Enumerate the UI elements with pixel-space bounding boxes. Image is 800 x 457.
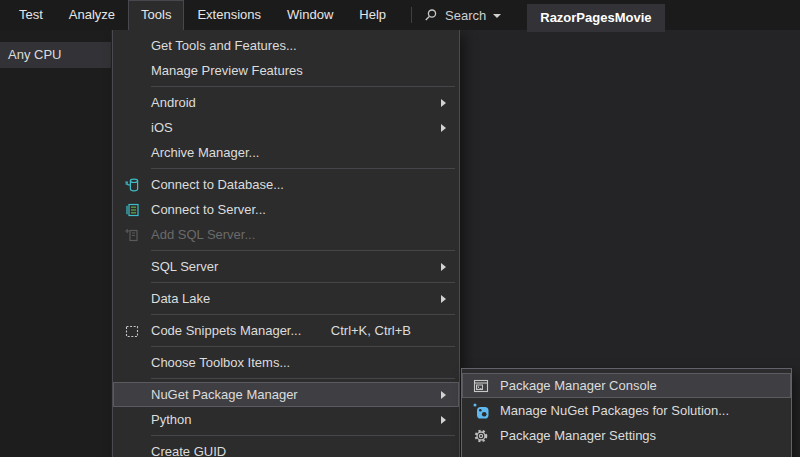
nuget-submenu-item-package-manager-console[interactable]: Package Manager Console xyxy=(462,373,791,398)
tools-menu-item-data-lake[interactable]: Data Lake xyxy=(113,286,459,311)
database-connect-icon xyxy=(113,177,151,193)
submenu-arrow-icon xyxy=(441,391,446,399)
tools-menu-item-manage-preview-features[interactable]: Manage Preview Features xyxy=(113,58,459,83)
menu-separator xyxy=(151,250,455,251)
add-sql-server-icon xyxy=(113,227,151,243)
menu-item-label: Choose Toolbox Items... xyxy=(151,355,290,370)
tools-menu-item-nuget-package-manager[interactable]: NuGet Package Manager xyxy=(113,382,459,407)
submenu-arrow-cell xyxy=(441,416,459,424)
tools-menu-item-create-guid[interactable]: Create GUID xyxy=(113,439,459,457)
menu-separator xyxy=(151,314,455,315)
menubar-item-help[interactable]: Help xyxy=(346,0,399,30)
menu-item-label: SQL Server xyxy=(151,259,218,274)
menubar-items: TestAnalyzeToolsExtensionsWindowHelp xyxy=(6,0,399,30)
search-control[interactable]: Search xyxy=(424,8,501,23)
project-badge[interactable]: RazorPagesMovie xyxy=(527,4,664,32)
menu-item-label: Create GUID xyxy=(151,444,226,457)
menu-item-label: NuGet Package Manager xyxy=(151,387,298,402)
tools-menu-item-code-snippets-manager[interactable]: Code Snippets Manager...Ctrl+K, Ctrl+B xyxy=(113,318,459,343)
submenu-arrow-icon xyxy=(441,295,446,303)
menu-item-label: Data Lake xyxy=(151,291,210,306)
platform-selector[interactable]: Any CPU xyxy=(0,42,111,68)
menu-item-label: Code Snippets Manager... xyxy=(151,323,301,338)
menu-item-label: Manage NuGet Packages for Solution... xyxy=(500,403,729,418)
search-label: Search xyxy=(445,8,486,23)
console-icon xyxy=(462,378,500,394)
submenu-arrow-icon xyxy=(441,416,446,424)
tools-menu: Get Tools and Features...Manage Preview … xyxy=(112,30,460,457)
menubar-item-tools[interactable]: Tools xyxy=(128,0,184,30)
menu-item-label: Connect to Server... xyxy=(151,202,266,217)
tools-menu-item-get-tools-and-features[interactable]: Get Tools and Features... xyxy=(113,33,459,58)
tools-menu-item-connect-to-database[interactable]: Connect to Database... xyxy=(113,172,459,197)
menubar: TestAnalyzeToolsExtensionsWindowHelp Sea… xyxy=(0,0,800,30)
menu-separator xyxy=(151,86,455,87)
menu-separator xyxy=(151,435,455,436)
menu-separator xyxy=(151,282,455,283)
menu-separator xyxy=(151,168,455,169)
server-connect-icon xyxy=(113,202,151,218)
nuget-submenu-item-manage-nuget-packages-for-solution[interactable]: Manage NuGet Packages for Solution... xyxy=(462,398,791,423)
submenu-arrow-cell xyxy=(441,99,459,107)
submenu-arrow-icon xyxy=(441,124,446,132)
menubar-item-extensions[interactable]: Extensions xyxy=(184,0,274,30)
menu-item-label: Android xyxy=(151,95,196,110)
menu-item-label: iOS xyxy=(151,120,173,135)
tools-menu-item-python[interactable]: Python xyxy=(113,407,459,432)
nuget-submenu-item-package-manager-settings[interactable]: Package Manager Settings xyxy=(462,423,791,448)
submenu-arrow-cell xyxy=(441,295,459,303)
menu-item-label: Archive Manager... xyxy=(151,145,259,160)
menu-item-label: Get Tools and Features... xyxy=(151,38,297,53)
search-icon xyxy=(424,8,438,22)
tools-menu-item-connect-to-server[interactable]: Connect to Server... xyxy=(113,197,459,222)
nuget-icon xyxy=(462,403,500,419)
gear-icon xyxy=(462,428,500,444)
nuget-submenu: Package Manager Console Manage NuGet Pac… xyxy=(461,368,792,457)
menu-item-label: Package Manager Settings xyxy=(500,428,656,443)
submenu-arrow-cell xyxy=(441,124,459,132)
tools-menu-item-choose-toolbox-items[interactable]: Choose Toolbox Items... xyxy=(113,350,459,375)
menubar-item-test[interactable]: Test xyxy=(6,0,56,30)
menu-item-shortcut: Ctrl+K, Ctrl+B xyxy=(331,323,411,338)
tools-menu-item-add-sql-server: Add SQL Server... xyxy=(113,222,459,247)
tools-menu-item-ios[interactable]: iOS xyxy=(113,115,459,140)
menu-item-label: Manage Preview Features xyxy=(151,63,303,78)
menu-separator xyxy=(151,378,455,379)
menubar-divider xyxy=(411,7,412,23)
menu-item-label: Add SQL Server... xyxy=(151,227,255,242)
left-panel: Any CPU xyxy=(0,30,111,457)
tools-menu-item-android[interactable]: Android xyxy=(113,90,459,115)
submenu-arrow-icon xyxy=(441,263,446,271)
menu-separator xyxy=(151,346,455,347)
submenu-arrow-cell xyxy=(441,391,459,399)
submenu-arrow-cell xyxy=(441,263,459,271)
submenu-arrow-icon xyxy=(441,99,446,107)
code-snippets-icon xyxy=(113,323,151,339)
chevron-down-icon xyxy=(493,14,501,18)
tools-menu-item-archive-manager[interactable]: Archive Manager... xyxy=(113,140,459,165)
tools-menu-item-sql-server[interactable]: SQL Server xyxy=(113,254,459,279)
menubar-item-window[interactable]: Window xyxy=(274,0,346,30)
menubar-item-analyze[interactable]: Analyze xyxy=(56,0,128,30)
menu-item-label: Package Manager Console xyxy=(500,378,657,393)
menu-item-label: Python xyxy=(151,412,191,427)
menu-item-label: Connect to Database... xyxy=(151,177,284,192)
